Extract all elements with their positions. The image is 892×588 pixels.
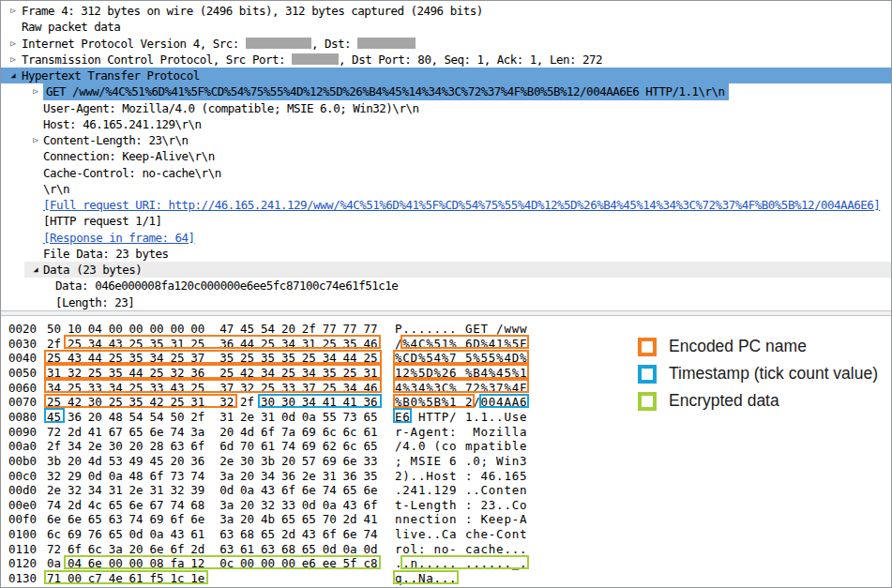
tree-row-connection[interactable]: Connection: Keep-Alive\r\n (1, 148, 891, 164)
hex-row[interactable]: 00a02f342e302028636f6d70617469626c65/4.0… (1, 439, 891, 454)
hex-byte: 61 (190, 527, 204, 542)
link-label[interactable]: [Full request URI: http://46.165.241.129… (43, 198, 880, 212)
hex-row[interactable]: 00205010040000000000474554202f777777P...… (1, 322, 891, 337)
hex-byte: 32 (68, 366, 82, 381)
ascii-char: t (449, 469, 457, 484)
hex-byte: 65 (364, 439, 378, 454)
ascii-char: i (402, 527, 410, 542)
tree-row-host[interactable]: Host: 46.165.241.129\r\n (1, 116, 891, 132)
ascii-char: % (402, 381, 410, 396)
expander-expanded-icon[interactable]: ◢ (8, 68, 19, 83)
ascii-char: c (465, 542, 473, 557)
hex-byte: 72 (47, 425, 61, 440)
hex-byte: 6e (150, 542, 164, 557)
hex-byte: 0a (109, 469, 123, 484)
ascii-char: A (512, 395, 520, 410)
hex-offset: 00d0 (8, 483, 37, 498)
expander-collapsed-icon[interactable]: ▷ (8, 3, 19, 19)
ascii-char: % (489, 366, 496, 381)
ascii-char: . (442, 571, 449, 586)
ascii-char: / (395, 337, 402, 352)
hex-byte: 00 (109, 556, 123, 571)
expander-collapsed-icon[interactable]: ▷ (8, 52, 19, 68)
response-in-frame-link[interactable]: [Response in frame: 64] (1, 230, 891, 246)
ascii-char: 0 (481, 395, 489, 410)
ascii-char: % (512, 366, 520, 381)
ascii-char: c (481, 542, 489, 557)
hex-byte: 25 (240, 351, 254, 366)
ascii-char: n (434, 425, 442, 440)
hex-row[interactable]: 0110726f6c3a206e6f2d63616368650d0a0drol:… (1, 542, 891, 557)
legend-swatch-orange-icon (638, 338, 657, 356)
field-text: [Length: 23] (55, 295, 134, 309)
hex-byte: 25 (190, 337, 204, 352)
tree-row-user-agent[interactable]: User-Agent: Mozilla/4.0 (compatible; MSI… (1, 100, 891, 116)
hex-row[interactable]: 0080453620485454502f312e310d0a557365E6 H… (1, 410, 891, 425)
ascii-char: o (442, 542, 449, 557)
hex-byte: f5 (150, 571, 164, 586)
hex-byte: 2e (47, 483, 61, 498)
hex-row[interactable]: 00c032290d0a486f73743a2034362e3136352)..… (1, 469, 891, 484)
link-label[interactable]: [Response in frame: 64] (43, 231, 195, 245)
hex-row[interactable]: 00f06e6e656374696f6e3a204b6565702d41nnec… (1, 512, 891, 527)
tree-row-cache-control[interactable]: Cache-Control: no-cache\r\n (1, 165, 891, 181)
hex-byte: 3b (47, 454, 61, 469)
hex-byte: 25 (343, 366, 357, 381)
tree-row-crlf[interactable]: \r\n (1, 181, 891, 197)
hex-byte: 6f (170, 542, 184, 557)
expander-collapsed-icon[interactable]: ▷ (30, 83, 41, 99)
tree-row-raw-packet-data[interactable]: Raw packet data (1, 19, 891, 35)
tree-row-ip[interactable]: ▷Internet Protocol Version 4, Src: , Dst… (1, 36, 891, 52)
expander-collapsed-icon[interactable]: ▷ (8, 36, 19, 52)
tree-row-get-request[interactable]: ▷GET /www/%4C%51%6D%41%5F%CD%54%75%55%4D… (1, 83, 891, 99)
ascii-char: 6 (465, 337, 473, 352)
hex-row[interactable]: 00b03b204d53494520362e303b2057696e33; MS… (1, 454, 891, 469)
field-text: GET /www/%4C%51%6D%41%5F%CD%54%75%55%4D%… (46, 84, 725, 98)
hex-byte: 67 (150, 498, 164, 513)
hex-row[interactable]: 00d02e3234312e3132390d0a436f6e74656e.241… (1, 483, 891, 498)
tree-row-http[interactable]: ◢Hypertext Transfer Protocol (1, 68, 891, 83)
hex-row[interactable]: 01200a046e000008fa120c000000e6ee5fc8..n.… (1, 556, 891, 571)
hex-row[interactable]: 01307100c74e61f51c1eq..Na... (1, 571, 891, 586)
tree-row-http-request[interactable]: [HTTP request 1/1] (1, 213, 891, 229)
hex-byte: 65 (129, 425, 144, 440)
tree-row-frame[interactable]: ▷Frame 4: 312 bytes on wire (2496 bits),… (1, 3, 891, 19)
tree-row-text: Data (23 bytes) (43, 263, 142, 277)
ascii-char: _ (512, 556, 520, 571)
ascii-char: p (504, 512, 511, 527)
ascii-char: 6 (449, 454, 457, 469)
tree-row-data[interactable]: ◢Data (23 bytes) (1, 262, 891, 278)
expander-expanded-icon[interactable]: ◢ (30, 262, 41, 278)
hex-byte: 25 (281, 366, 295, 381)
packet-detail-pane[interactable]: ▷Frame 4: 312 bytes on wire (2496 bits),… (1, 1, 891, 311)
full-request-uri-link[interactable]: [Full request URI: http://46.165.241.129… (1, 197, 891, 213)
hex-byte: 5f (343, 556, 357, 571)
tree-row-tcp[interactable]: ▷Transmission Control Protocol, Src Port… (1, 52, 891, 68)
ascii-char: 1 (449, 395, 457, 410)
hex-byte: 43 (343, 498, 357, 513)
hex-byte: 30 (109, 439, 123, 454)
hex-byte: 65 (364, 410, 378, 425)
ascii-char: l (411, 542, 418, 557)
hex-byte: 36 (343, 469, 357, 484)
expander-collapsed-icon[interactable]: ▷ (30, 132, 41, 148)
field-text: Raw packet data (22, 20, 120, 34)
hex-byte: 3b (261, 454, 275, 469)
tree-row-file-data[interactable]: File Data: 23 bytes (1, 246, 891, 262)
ascii-char: . (442, 556, 449, 571)
tree-row-data-length[interactable]: [Length: 23] (1, 294, 891, 310)
hex-row[interactable]: 0090722d4167656e743a204d6f7a696c6c61r-Ag… (1, 425, 891, 440)
hex-byte: 6f (261, 425, 275, 440)
ascii-char: . (449, 571, 457, 586)
ascii-char: % (418, 351, 426, 366)
hex-byte: 69 (302, 425, 316, 440)
ascii-char: . (426, 322, 433, 337)
tree-row-content-length[interactable]: ▷Content-Length: 23\r\n (1, 132, 891, 148)
hex-row[interactable]: 01006c6976650d0a43616368652d436f6e74live… (1, 527, 891, 542)
ascii-char: e (496, 542, 504, 557)
ascii-char: - (449, 542, 457, 557)
tree-row-data-value[interactable]: Data: 046e000008fa120c000000e6ee5fc87100… (1, 278, 891, 294)
hex-byte: 6e (343, 527, 357, 542)
hex-row[interactable]: 00e0742d4c656e6774683a2032330d0a436ft-Le… (1, 498, 891, 513)
ascii-char: o (520, 498, 527, 513)
